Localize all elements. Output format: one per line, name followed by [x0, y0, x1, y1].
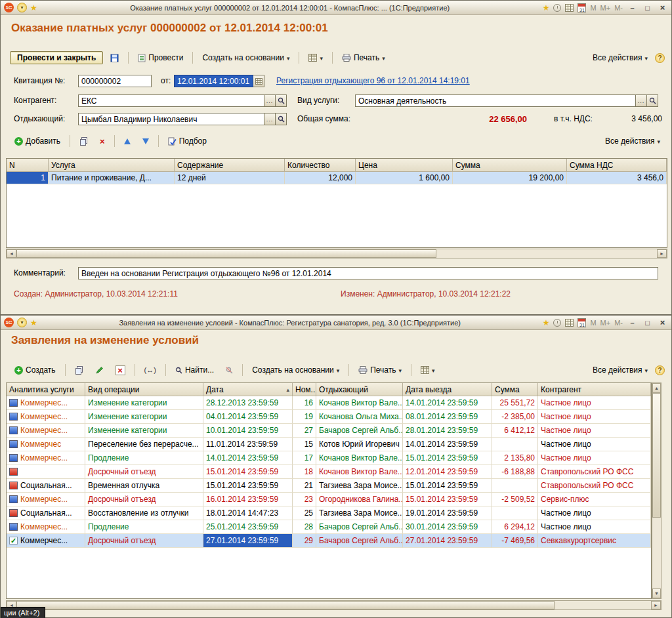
service-kind-input[interactable] — [355, 94, 636, 107]
history-clock-icon[interactable] — [553, 4, 561, 12]
scroll-down-button[interactable] — [652, 588, 661, 598]
comment-input[interactable] — [78, 267, 658, 279]
cell-contractor[interactable]: Частное лицо — [538, 520, 651, 534]
col-vat[interactable]: Сумма НДС — [567, 159, 667, 172]
cell-sum[interactable] — [492, 479, 538, 493]
table-row[interactable]: Коммерчес... Продление 14.01.2014 23:59:… — [7, 451, 651, 465]
cell-sum[interactable]: 6 412,12 — [492, 424, 538, 438]
col-analytics[interactable]: Аналитика услуги — [7, 383, 85, 396]
scroll-left-button[interactable] — [7, 249, 16, 258]
contractor-open-button[interactable] — [276, 94, 287, 107]
cell-analytics[interactable]: Коммерчес — [7, 438, 85, 451]
scrollbar-thumb[interactable] — [652, 393, 661, 518]
add-favorite-icon[interactable] — [543, 3, 550, 12]
cell-contractor[interactable]: Частное лицо — [538, 396, 651, 410]
all-actions-button[interactable]: Все действия — [588, 51, 652, 64]
cell-departure[interactable]: 28.01.2014 23:59:59 — [403, 424, 492, 438]
items-table-row[interactable]: 1 Питание и проживание, Д... 12 дней 12,… — [7, 172, 667, 184]
cell-departure[interactable]: 15.01.2014 23:59:59 — [403, 451, 492, 465]
cell-date[interactable]: 10.01.2014 23:59:59 — [203, 424, 293, 438]
cell-sum[interactable] — [492, 506, 538, 520]
cell-sum[interactable]: 2 135,80 — [492, 451, 538, 465]
cell-departure[interactable]: 14.01.2014 23:59:59 — [403, 438, 492, 451]
contractor-input[interactable] — [78, 94, 264, 107]
guest-input[interactable] — [78, 113, 264, 125]
calculator-icon[interactable] — [565, 4, 574, 12]
cell-departure[interactable]: 19.01.2014 23:59:59 — [403, 506, 492, 520]
cell-departure[interactable]: 12.01.2014 23:59:59 — [403, 465, 492, 479]
minimize-button[interactable] — [627, 318, 638, 327]
cell-departure[interactable]: 27.01.2014 23:59:59 — [403, 534, 492, 548]
cell-operation[interactable]: Временная отлучка — [85, 479, 203, 493]
find-button[interactable]: Найти... — [171, 363, 219, 377]
cell-date[interactable]: 25.01.2014 23:59:59 — [203, 520, 293, 534]
cell-contractor[interactable]: Частное лицо — [538, 424, 651, 438]
edit-button[interactable] — [91, 364, 108, 377]
cell-operation[interactable]: Изменение категории — [85, 396, 203, 410]
cell-date[interactable]: 16.01.2014 23:59:59 — [203, 493, 293, 506]
close-button[interactable] — [657, 3, 668, 12]
col-guest[interactable]: Отдыхающий — [316, 383, 403, 396]
cell-contractor[interactable]: Частное лицо — [538, 506, 651, 520]
cell-contractor[interactable]: Ставропольский РО ФСС — [538, 465, 651, 479]
cell-number[interactable]: 27 — [293, 424, 316, 438]
cell-guest[interactable]: Котов Юрий Игоревич — [316, 438, 403, 451]
cell-departure[interactable]: 14.01.2014 23:59:59 — [403, 396, 492, 410]
receipt-number-input[interactable] — [78, 75, 152, 87]
add-row-button[interactable]: Добавить — [10, 134, 65, 148]
cell-date[interactable]: 27.01.2014 23:59:59 — [203, 534, 293, 548]
memory-m[interactable]: M — [590, 4, 596, 12]
scrollbar-thumb[interactable] — [16, 249, 436, 258]
col-date[interactable]: Дата — [203, 383, 293, 396]
cell-number[interactable]: 29 — [293, 534, 316, 548]
cell-sum[interactable]: -7 469,56 — [492, 534, 538, 548]
cell-number[interactable]: 25 — [293, 506, 316, 520]
items-all-actions-button[interactable]: Все действия — [600, 134, 665, 148]
cell-guest[interactable]: Кочанов Виктор Вале... — [316, 451, 403, 465]
create-based-on-button[interactable]: Создать на основании — [247, 363, 344, 377]
cell-guest[interactable]: Бачаров Сергей Альб... — [316, 424, 403, 438]
table-row[interactable]: Коммерчес... Досрочный отъезд 16.01.2014… — [7, 493, 651, 506]
cell-analytics[interactable]: Коммерчес... — [7, 410, 85, 424]
col-departure[interactable]: Дата выезда — [403, 383, 492, 396]
scroll-up-button[interactable] — [652, 383, 661, 393]
history-clock-icon[interactable] — [553, 319, 561, 327]
cell-date[interactable]: 11.01.2014 23:59:59 — [203, 438, 293, 451]
table-row[interactable]: Коммерчес... Изменение категории 04.01.2… — [7, 410, 651, 424]
table-row[interactable]: Коммерчес... Изменение категории 28.12.2… — [7, 396, 651, 410]
cell-sum[interactable]: -6 188,88 — [492, 465, 538, 479]
cancel-find-button[interactable] — [221, 365, 238, 376]
cell-guest[interactable]: Кочанов Виктор Вале... — [316, 465, 403, 479]
cell-operation[interactable]: Изменение категории — [85, 424, 203, 438]
col-operation[interactable]: Вид операции — [85, 383, 203, 396]
table-row[interactable]: Коммерчес Переселение без перерасче... 1… — [7, 438, 651, 451]
cell-contractor[interactable]: Частное лицо — [538, 438, 651, 451]
titlebar[interactable]: Оказание платных услуг 000000002 от 12.0… — [1, 1, 671, 15]
col-number[interactable]: Ном... — [293, 383, 316, 396]
cell-analytics[interactable]: Коммерчес... — [7, 493, 85, 506]
copy-button[interactable] — [70, 364, 88, 377]
set-interval-button[interactable] — [140, 363, 161, 377]
table-row[interactable]: Коммерчес... Продление 25.01.2014 23:59:… — [7, 520, 651, 534]
cell-n[interactable]: 1 — [7, 172, 49, 184]
date-input[interactable] — [174, 75, 253, 87]
cell-number[interactable]: 21 — [293, 479, 316, 493]
mark-delete-button[interactable] — [111, 363, 130, 377]
post-and-close-button[interactable]: Провести и закрыть — [10, 51, 103, 64]
close-button[interactable] — [657, 318, 668, 327]
contractor-select-button[interactable] — [264, 94, 276, 107]
cell-operation[interactable]: Досрочный отъезд — [85, 493, 203, 506]
cell-analytics[interactable]: Коммерчес... — [7, 424, 85, 438]
main-menu-button[interactable] — [17, 3, 27, 12]
guest-open-button[interactable] — [276, 113, 287, 125]
scroll-track[interactable] — [555, 601, 651, 609]
cell-number[interactable]: 28 — [293, 520, 316, 534]
cell-guest[interactable]: Бачаров Сергей Альб... — [316, 520, 403, 534]
main-menu-button[interactable] — [17, 318, 27, 327]
cell-date[interactable]: 18.01.2014 14:47:23 — [203, 506, 293, 520]
move-up-button[interactable] — [119, 136, 135, 146]
cell-operation[interactable]: Досрочный отъезд — [85, 465, 203, 479]
help-icon[interactable] — [655, 365, 665, 375]
cell-analytics[interactable]: Коммерчес... — [7, 396, 85, 410]
cell-contractor[interactable]: Ставропольский РО ФСС — [538, 479, 651, 493]
